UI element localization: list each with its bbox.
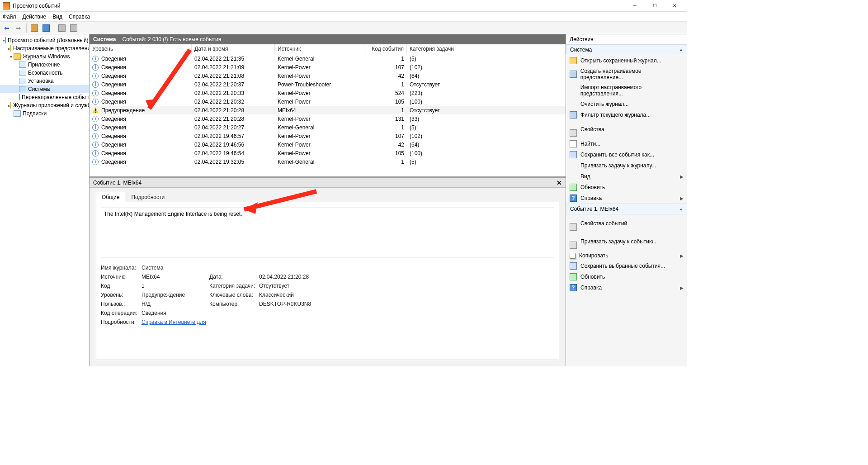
val-keywords: Классический xyxy=(259,292,349,298)
collapse-icon[interactable]: ▲ xyxy=(679,207,683,211)
toolbar-icon-3[interactable] xyxy=(57,23,67,33)
action-view[interactable]: Вид▶ xyxy=(566,171,687,182)
action-help-2[interactable]: ?Справка▶ xyxy=(566,282,687,293)
tree-application[interactable]: Приложение xyxy=(28,62,62,68)
toolbar-icon-2[interactable] xyxy=(41,23,51,33)
window-title: Просмотр событий xyxy=(13,3,625,9)
center-event-count: Событий: 2 030 (!) Есть новые события xyxy=(123,36,222,43)
chevron-right-icon: ▶ xyxy=(680,253,684,258)
tab-details[interactable]: Подробности xyxy=(125,192,170,202)
val-code: 1 xyxy=(142,283,209,289)
info-icon: i xyxy=(92,81,99,88)
tree-root[interactable]: Просмотр событий (Локальный) xyxy=(8,37,90,43)
event-row[interactable]: iСведения02.04.2022 21:20:37Power-Troubl… xyxy=(90,80,566,89)
toolbar-icon-4[interactable] xyxy=(69,23,79,33)
tree-pane[interactable]: ▾Просмотр событий (Локальный) ▸Настраива… xyxy=(0,34,90,366)
col-source[interactable]: Источник xyxy=(275,44,364,54)
back-button[interactable]: ⬅ xyxy=(2,23,12,33)
tree-windows-logs[interactable]: Журналы Windows xyxy=(23,53,72,60)
action-refresh[interactable]: Обновить xyxy=(566,182,687,193)
action-attach-task[interactable]: Привязать задачу к журналу... xyxy=(566,160,687,171)
link-online-help[interactable]: Справка в Интернете для xyxy=(142,319,349,325)
action-clear-log[interactable]: Очистить журнал... xyxy=(566,99,687,109)
info-icon: i xyxy=(92,142,99,148)
col-level[interactable]: Уровень xyxy=(90,44,192,54)
tree-security[interactable]: Безопасность xyxy=(28,70,66,76)
action-event-props[interactable]: Свойства событий xyxy=(566,214,687,232)
lbl-more: Подробности: xyxy=(101,319,142,325)
event-row[interactable]: iСведения02.04.2022 21:20:32Kernel-Power… xyxy=(90,97,566,106)
warning-icon: ! xyxy=(92,107,99,114)
filter-icon xyxy=(570,71,577,78)
action-attach-event[interactable]: Привязать задачу к событию... xyxy=(566,232,687,251)
info-icon: i xyxy=(92,124,99,131)
tree-custom-views[interactable]: Настраиваемые представления xyxy=(13,45,90,52)
app-icon xyxy=(3,2,10,9)
lbl-computer: Компьютер: xyxy=(209,301,259,307)
menu-action[interactable]: Действие xyxy=(23,14,47,20)
action-import-view[interactable]: Импорт настраиваемого представления... xyxy=(566,82,687,99)
tree-system[interactable]: Система xyxy=(28,86,52,92)
event-row[interactable]: iСведения02.04.2022 19:32:05Kernel-Gener… xyxy=(90,157,566,166)
event-row[interactable]: iСведения02.04.2022 19:46:54Kernel-Power… xyxy=(90,149,566,157)
lbl-cat: Категория задачи: xyxy=(209,283,259,289)
tree-app-service-logs[interactable]: Журналы приложений и служб xyxy=(13,102,90,109)
chevron-right-icon: ▶ xyxy=(680,285,684,290)
action-refresh-2[interactable]: Обновить xyxy=(566,271,687,282)
event-row[interactable]: iСведения02.04.2022 21:21:35Kernel-Gener… xyxy=(90,54,566,63)
action-open-log[interactable]: Открыть сохраненный журнал... xyxy=(566,55,687,66)
menu-file[interactable]: Файл xyxy=(3,14,16,20)
info-icon: i xyxy=(92,150,99,157)
tree-subscriptions[interactable]: Подписки xyxy=(23,110,49,117)
tree-forwarded[interactable]: Перенаправленные события xyxy=(22,94,90,100)
info-icon: i xyxy=(92,99,99,105)
action-copy[interactable]: Копировать▶ xyxy=(566,251,687,261)
event-message: The Intel(R) Management Engine Interface… xyxy=(101,208,554,257)
action-save-selected[interactable]: Сохранить выбранные события... xyxy=(566,261,687,271)
menu-view[interactable]: Вид xyxy=(52,14,62,20)
collapse-icon[interactable]: ▲ xyxy=(679,47,683,52)
blank-icon xyxy=(570,162,577,169)
lbl-opcode: Код операции: xyxy=(101,310,142,316)
val-source: MEIx64 xyxy=(142,274,209,280)
tab-general[interactable]: Общие xyxy=(96,192,125,202)
event-row[interactable]: !Предупреждение02.04.2022 21:20:28MEIx64… xyxy=(90,106,566,114)
col-date[interactable]: Дата и время xyxy=(192,44,275,54)
event-row[interactable]: iСведения02.04.2022 21:20:33Kernel-Power… xyxy=(90,89,566,97)
menu-help[interactable]: Справка xyxy=(69,14,90,20)
event-row[interactable]: iСведения02.04.2022 21:21:08Kernel-Power… xyxy=(90,71,566,80)
help-icon: ? xyxy=(570,195,577,202)
attach-icon xyxy=(570,242,577,249)
minimize-button[interactable]: ─ xyxy=(625,0,645,12)
action-help[interactable]: ?Справка▶ xyxy=(566,193,687,204)
chevron-right-icon: ▶ xyxy=(680,196,684,201)
event-row[interactable]: iСведения02.04.2022 21:21:09Kernel-Power… xyxy=(90,63,566,71)
event-row[interactable]: iСведения02.04.2022 19:46:56Kernel-Power… xyxy=(90,140,566,149)
event-props-icon xyxy=(570,223,577,231)
val-cat: Отсутствует xyxy=(259,283,349,289)
action-find[interactable]: Найти... xyxy=(566,138,687,149)
detail-close-button[interactable]: ✕ xyxy=(557,179,562,186)
blank-icon xyxy=(570,87,577,94)
event-row[interactable]: iСведения02.04.2022 21:20:28Kernel-Power… xyxy=(90,114,566,123)
funnel-icon xyxy=(570,111,577,119)
tree-setup[interactable]: Установка xyxy=(28,78,57,84)
action-filter-log[interactable]: Фильтр текущего журнала... xyxy=(566,109,687,120)
lbl-log: Имя журнала: xyxy=(101,265,142,271)
lbl-keywords: Ключевые слова: xyxy=(209,292,259,298)
close-button[interactable]: ✕ xyxy=(665,0,684,12)
info-icon: i xyxy=(92,56,99,62)
col-code[interactable]: Код события xyxy=(364,44,407,54)
val-date: 02.04.2022 21:20:28 xyxy=(259,274,349,280)
action-save-all[interactable]: Сохранить все события как... xyxy=(566,149,687,160)
event-row[interactable]: iСведения02.04.2022 19:46:57Kernel-Power… xyxy=(90,132,566,140)
action-create-view[interactable]: Создать настраиваемое представление... xyxy=(566,66,687,82)
event-grid[interactable]: iСведения02.04.2022 21:21:35Kernel-Gener… xyxy=(90,54,566,176)
maximize-button[interactable]: ☐ xyxy=(645,0,665,12)
action-properties[interactable]: Свойства xyxy=(566,120,687,138)
toolbar-icon-1[interactable] xyxy=(29,23,39,33)
refresh-icon xyxy=(570,273,577,280)
col-category[interactable]: Категория задачи xyxy=(407,44,566,54)
val-level: Предупреждение xyxy=(142,292,209,298)
event-row[interactable]: iСведения02.04.2022 21:20:27Kernel-Gener… xyxy=(90,123,566,132)
